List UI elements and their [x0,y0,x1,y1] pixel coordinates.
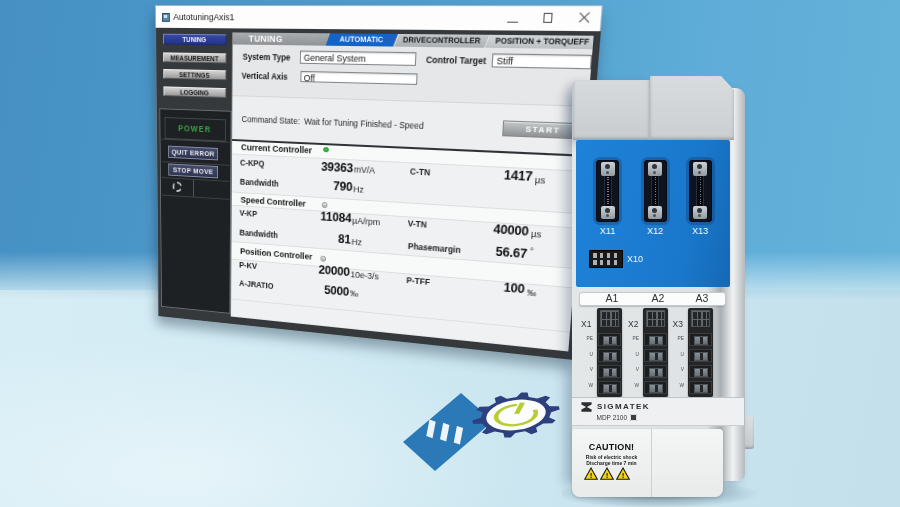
svg-text:!: ! [590,471,593,480]
svg-text:!: ! [622,471,625,480]
svg-text:!: ! [606,471,609,480]
